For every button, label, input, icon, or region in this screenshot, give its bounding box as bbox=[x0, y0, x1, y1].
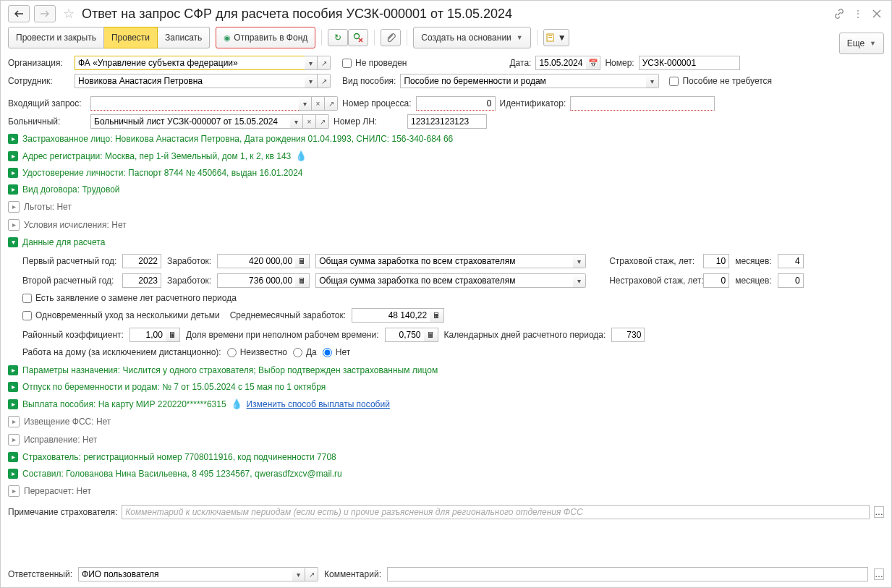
year1-input[interactable] bbox=[122, 254, 161, 268]
dropdown-icon[interactable]: ▾ bbox=[290, 114, 303, 129]
open-ref-icon[interactable]: ↗ bbox=[305, 567, 318, 581]
insurer-note-ellipsis-button[interactable]: … bbox=[874, 506, 884, 518]
incoming-request-combo[interactable]: ▾ × ↗ bbox=[90, 96, 338, 111]
save-button[interactable]: Записать bbox=[158, 27, 210, 48]
expand-icon[interactable]: ▸ bbox=[8, 382, 18, 392]
earnings1-input[interactable] bbox=[217, 254, 295, 268]
date-input[interactable] bbox=[535, 56, 586, 70]
open-ref-icon[interactable]: ↗ bbox=[316, 114, 329, 129]
create-on-basis-button[interactable]: Создать на основании ▼ bbox=[413, 27, 530, 48]
nav-forward-button[interactable] bbox=[34, 5, 56, 22]
employee-input[interactable] bbox=[75, 74, 305, 88]
expand-icon[interactable]: ▸ bbox=[8, 485, 20, 497]
benefit-type-combo[interactable]: ▾ bbox=[400, 74, 659, 88]
comment-ellipsis-button[interactable]: … bbox=[874, 568, 884, 580]
more-button[interactable]: Еще ▼ bbox=[839, 33, 884, 54]
post-button[interactable]: Провести bbox=[104, 27, 158, 48]
expand-icon[interactable]: ▸ bbox=[8, 399, 18, 409]
ins-years-input[interactable] bbox=[703, 254, 729, 268]
change-pay-method-link[interactable]: Изменить способ выплаты пособий bbox=[247, 399, 390, 409]
date-label: Дата: bbox=[509, 58, 531, 68]
number-input[interactable] bbox=[639, 56, 740, 70]
expand-icon[interactable]: ▸ bbox=[8, 134, 18, 144]
expand-icon[interactable]: ▸ bbox=[8, 469, 18, 479]
attach-button[interactable] bbox=[381, 29, 401, 46]
dropdown-icon[interactable]: ▾ bbox=[292, 567, 305, 581]
refresh-button[interactable]: ↻ bbox=[328, 29, 348, 46]
responsible-input[interactable] bbox=[78, 567, 292, 581]
dropdown-icon[interactable]: ▾ bbox=[573, 273, 586, 288]
homework-unknown-radio[interactable] bbox=[227, 348, 237, 357]
clear-icon[interactable]: × bbox=[303, 114, 316, 129]
dropdown-icon[interactable]: ▾ bbox=[299, 96, 312, 111]
dropdown-icon[interactable]: ▾ bbox=[305, 56, 318, 70]
expand-icon[interactable]: ▸ bbox=[8, 434, 20, 446]
ln-no-label: Номер ЛН: bbox=[334, 116, 403, 127]
calendar-icon[interactable]: 📅 bbox=[586, 56, 600, 70]
not-posted-checkbox[interactable] bbox=[342, 59, 352, 68]
dropdown-icon[interactable]: ▾ bbox=[646, 74, 659, 88]
expand-icon[interactable]: ▸ bbox=[8, 151, 18, 161]
nonins-months-input[interactable] bbox=[778, 273, 804, 288]
ln-no-input[interactable] bbox=[407, 114, 487, 129]
expand-icon[interactable]: ▸ bbox=[8, 452, 18, 462]
ins-months-input[interactable] bbox=[778, 254, 804, 268]
expand-icon[interactable]: ▸ bbox=[8, 219, 20, 231]
calc-icon[interactable]: 🖩 bbox=[295, 254, 310, 268]
kebab-menu-icon[interactable]: ⋮ bbox=[851, 9, 865, 19]
benefit-not-needed-checkbox[interactable] bbox=[669, 77, 679, 86]
earn-type2-input[interactable] bbox=[315, 273, 573, 288]
open-ref-icon[interactable]: ↗ bbox=[318, 74, 331, 88]
employee-combo[interactable]: ▾ ↗ bbox=[75, 74, 331, 88]
expand-icon[interactable]: ▸ bbox=[8, 365, 18, 375]
comment-label: Комментарий: bbox=[324, 569, 381, 579]
expand-icon[interactable]: ▸ bbox=[8, 184, 18, 195]
open-ref-icon[interactable]: ↗ bbox=[318, 56, 331, 70]
identifier-input[interactable] bbox=[570, 96, 715, 111]
homework-yes-radio[interactable] bbox=[293, 348, 302, 357]
post-and-close-button[interactable]: Провести и закрыть bbox=[8, 27, 104, 48]
expand-icon[interactable]: ▸ bbox=[8, 168, 18, 178]
calendar-days-input[interactable] bbox=[611, 328, 645, 342]
expand-icon[interactable]: ▸ bbox=[8, 201, 20, 213]
print-menu-button[interactable]: ▼ bbox=[543, 29, 569, 46]
multi-care-checkbox[interactable] bbox=[22, 311, 32, 320]
link-icon[interactable] bbox=[832, 8, 846, 20]
parttime-input[interactable] bbox=[385, 328, 424, 342]
calc-icon[interactable]: 🖩 bbox=[166, 328, 180, 342]
earn-type1-input[interactable] bbox=[315, 254, 573, 268]
clear-icon[interactable]: × bbox=[312, 96, 325, 111]
eyedropper-icon[interactable]: 💧 bbox=[231, 399, 242, 409]
comment-input[interactable] bbox=[387, 567, 868, 581]
year2-input[interactable] bbox=[122, 273, 161, 288]
calc-icon[interactable]: 🖩 bbox=[295, 273, 310, 288]
favorite-star-icon[interactable]: ☆ bbox=[63, 6, 75, 22]
sick-leave-input[interactable] bbox=[90, 114, 290, 129]
responsible-combo[interactable]: ▾ ↗ bbox=[78, 567, 318, 581]
replace-years-checkbox[interactable] bbox=[22, 294, 32, 303]
collapse-icon[interactable]: ▾ bbox=[8, 237, 18, 247]
close-icon[interactable] bbox=[870, 9, 884, 18]
homework-no-radio[interactable] bbox=[323, 348, 332, 357]
expand-icon[interactable]: ▸ bbox=[8, 416, 20, 427]
earnings2-input[interactable] bbox=[217, 273, 295, 288]
cancel-refresh-button[interactable] bbox=[348, 29, 368, 46]
organization-input[interactable] bbox=[75, 56, 305, 70]
calc-icon[interactable]: 🖩 bbox=[430, 308, 444, 323]
incoming-request-input[interactable] bbox=[90, 96, 299, 111]
dropdown-icon[interactable]: ▾ bbox=[573, 254, 586, 268]
nav-back-button[interactable] bbox=[8, 5, 30, 22]
sick-leave-combo[interactable]: ▾ × ↗ bbox=[90, 114, 329, 129]
organization-combo[interactable]: ▾ ↗ bbox=[75, 56, 331, 70]
dropdown-icon[interactable]: ▾ bbox=[305, 74, 318, 88]
calc-icon[interactable]: 🖩 bbox=[424, 328, 438, 342]
avg-monthly-input[interactable] bbox=[352, 308, 430, 323]
eyedropper-icon[interactable]: 💧 bbox=[295, 150, 307, 161]
nonins-years-input[interactable] bbox=[703, 273, 729, 288]
open-ref-icon[interactable]: ↗ bbox=[325, 96, 338, 111]
send-to-fund-button[interactable]: ◉ Отправить в Фонд bbox=[216, 27, 315, 48]
process-no-input[interactable] bbox=[416, 96, 496, 111]
insurer-note-input[interactable] bbox=[122, 505, 870, 519]
benefit-type-input[interactable] bbox=[400, 74, 646, 88]
district-coef-input[interactable] bbox=[129, 328, 166, 342]
